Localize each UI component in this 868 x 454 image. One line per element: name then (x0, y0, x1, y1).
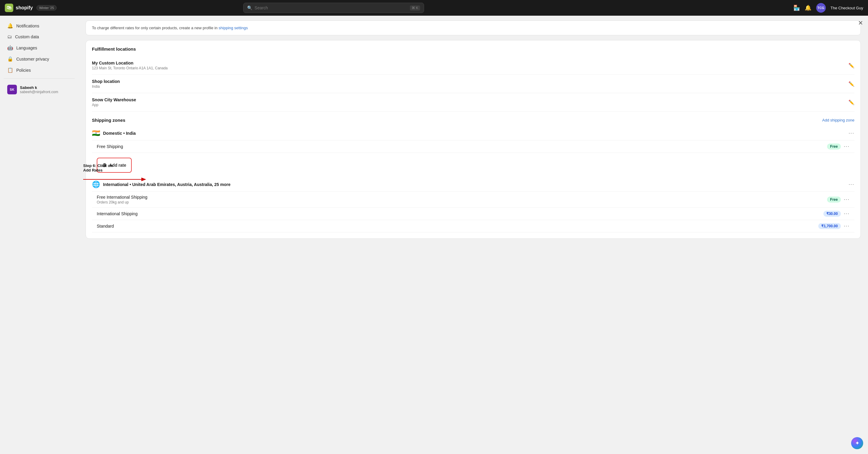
location-name: My Custom Location (92, 61, 167, 65)
sidebar-item-customer-privacy[interactable]: 🔒 Customer privacy (4, 54, 75, 64)
zone-name: Domestic • India (103, 131, 135, 135)
sidebar-item-notifications[interactable]: 🔔 Notifications (4, 21, 75, 31)
location-name: Snow City Warehouse (92, 97, 136, 102)
sidebar-item-label: Policies (16, 68, 31, 73)
sidebar-item-label: Custom data (15, 34, 39, 39)
location-country: India (92, 84, 120, 89)
sidebar-item-label: Languages (16, 46, 37, 50)
sidebar-user-info: Sabeeh k sabeeh@ninjafront.com (20, 85, 58, 94)
shopify-wordmark: shopify (16, 5, 33, 10)
custom-data-icon: 🗂 (7, 34, 12, 39)
price-badge: ₹30.00 (824, 211, 841, 217)
rate-details: Free International Shipping Orders 20kg … (97, 195, 147, 204)
bottom-right-decoration[interactable]: ✦ (851, 437, 863, 449)
decoration-icon: ✦ (855, 440, 860, 447)
rate-more-button[interactable]: ··· (844, 223, 849, 229)
shipping-zones-header: Shipping zones Add shipping zone (92, 118, 855, 123)
location-details: My Custom Location 123 Main St, Toronto … (92, 61, 167, 70)
location-type: App (92, 103, 136, 107)
zone-more-button[interactable]: ··· (849, 130, 855, 136)
sidebar-user-avatar: SK (7, 85, 17, 94)
plus-circle-icon: ⊕ (102, 162, 107, 169)
india-flag-icon: 🇮🇳 (92, 129, 100, 137)
edit-location-icon[interactable]: ✏️ (848, 81, 855, 87)
top-navigation: 🛍 shopify Winter '25 🔍 ⌘ K 🏪 🔔 TCG The C… (0, 0, 868, 16)
sidebar-user-email: sabeeh@ninjafront.com (20, 90, 58, 94)
rate-more-button[interactable]: ··· (844, 211, 849, 216)
languages-icon: 🤖 (7, 45, 13, 51)
zone-left: 🇮🇳 Domestic • India (92, 129, 135, 137)
location-item: Snow City Warehouse App ✏️ (92, 93, 855, 112)
add-rate-button[interactable]: ⊕ Add rate (97, 158, 132, 173)
nav-right: 🏪 🔔 TCG The Checkout Guy (793, 3, 863, 13)
sidebar-item-languages[interactable]: 🤖 Languages (4, 42, 75, 53)
free-badge: Free (827, 144, 841, 150)
price-badge: ₹1,700.00 (818, 223, 841, 229)
edit-location-icon[interactable]: ✏️ (848, 99, 855, 105)
location-details: Snow City Warehouse App (92, 97, 136, 107)
policies-icon: 📋 (7, 67, 13, 73)
sidebar-user-name: Sabeeh k (20, 85, 58, 90)
rate-right: ₹30.00 ··· (824, 211, 849, 217)
location-name: Shop location (92, 79, 120, 84)
rate-right: Free ··· (827, 144, 849, 150)
zone-row-international: 🌐 International • United Arab Emirates, … (92, 178, 855, 192)
main-content: ✕ To charge different rates for only cer… (79, 16, 868, 454)
location-address: 123 Main St, Toronto Ontario A1A 1A1, Ca… (92, 66, 167, 70)
location-item: Shop location India ✏️ (92, 75, 855, 93)
sidebar-item-label: Customer privacy (16, 57, 49, 61)
location-details: Shop location India (92, 79, 120, 89)
store-icon[interactable]: 🏪 (793, 4, 800, 11)
user-avatar[interactable]: TCG (816, 3, 826, 13)
zone-more-button[interactable]: ··· (849, 182, 855, 187)
shopify-bag-icon: 🛍 (5, 4, 13, 12)
rate-name: Free International Shipping (97, 195, 147, 200)
rate-right: ₹1,700.00 ··· (818, 223, 849, 229)
fulfillment-title: Fulfillment locations (92, 47, 855, 52)
rate-more-button[interactable]: ··· (844, 197, 849, 202)
rate-name: International Shipping (97, 211, 137, 216)
rate-right: Free ··· (827, 196, 849, 203)
search-icon: 🔍 (247, 5, 252, 10)
add-rate-container: ⊕ Add rate (92, 153, 855, 178)
add-rate-label: Add rate (109, 163, 126, 168)
zone-left: 🌐 International • United Arab Emirates, … (92, 181, 230, 188)
zone-row-domestic: 🇮🇳 Domestic • India ··· (92, 126, 855, 141)
notice-text: To charge different rates for only certa… (92, 26, 218, 30)
notification-bell-icon[interactable]: 🔔 (805, 4, 811, 11)
main-panel: Fulfillment locations My Custom Location… (86, 40, 861, 239)
rate-row: Free International Shipping Orders 20kg … (92, 192, 855, 208)
rate-name: Standard (97, 224, 114, 229)
search-input[interactable] (255, 5, 408, 10)
search-bar[interactable]: 🔍 ⌘ K (243, 3, 424, 13)
shipping-zones-title: Shipping zones (92, 118, 125, 123)
location-item: My Custom Location 123 Main St, Toronto … (92, 56, 855, 75)
sidebar: 🔔 Notifications 🗂 Custom data 🤖 Language… (0, 16, 79, 454)
search-shortcut: ⌘ K (410, 5, 420, 10)
add-shipping-zone-link[interactable]: Add shipping zone (822, 118, 855, 122)
shopify-logo: 🛍 shopify (5, 4, 33, 12)
app-layout: 🔔 Notifications 🗂 Custom data 🤖 Language… (0, 16, 868, 454)
rate-row: Free Shipping Free ··· (92, 141, 855, 153)
user-display-name: The Checkout Guy (831, 6, 863, 10)
winter-badge: Winter '25 (36, 5, 57, 10)
zone-name: International • United Arab Emirates, Au… (103, 182, 230, 187)
sidebar-item-policies[interactable]: 📋 Policies (4, 65, 75, 75)
free-badge: Free (827, 196, 841, 203)
rate-row: International Shipping ₹30.00 ··· (92, 208, 855, 220)
rate-name: Free Shipping (97, 144, 123, 149)
sidebar-user[interactable]: SK Sabeeh k sabeeh@ninjafront.com (4, 82, 75, 97)
rate-row: Standard ₹1,700.00 ··· (92, 220, 855, 233)
shipping-settings-link[interactable]: shipping settings (218, 26, 248, 30)
rate-more-button[interactable]: ··· (844, 144, 849, 149)
close-button[interactable]: ✕ (858, 19, 863, 27)
sidebar-item-label: Notifications (16, 24, 39, 28)
bell-icon: 🔔 (7, 23, 13, 29)
top-notice: To charge different rates for only certa… (86, 21, 861, 35)
sidebar-item-custom-data[interactable]: 🗂 Custom data (4, 32, 75, 42)
rate-sub: Orders 20kg and up (97, 200, 147, 204)
edit-location-icon[interactable]: ✏️ (848, 63, 855, 68)
lock-icon: 🔒 (7, 56, 13, 62)
globe-icon: 🌐 (92, 181, 100, 188)
